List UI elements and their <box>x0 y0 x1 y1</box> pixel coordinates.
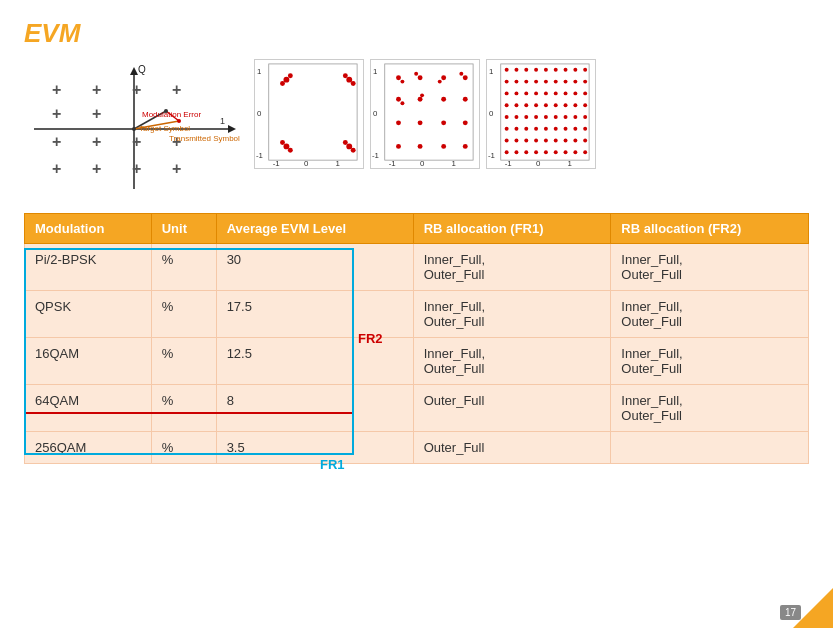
svg-text:+: + <box>92 105 101 122</box>
svg-point-47 <box>351 148 356 153</box>
svg-point-125 <box>554 115 558 119</box>
svg-point-40 <box>280 81 285 86</box>
svg-point-44 <box>343 73 348 78</box>
svg-point-109 <box>573 91 577 95</box>
svg-point-95 <box>524 80 528 84</box>
cell-row2-col4: Inner_Full,Outer_Full <box>611 338 809 385</box>
evm-diagram-svg: Q + + + + + + + + + + + + + + <box>24 59 244 199</box>
svg-point-146 <box>583 139 587 143</box>
svg-text:Target Symbol: Target Symbol <box>139 124 190 133</box>
svg-point-97 <box>544 80 548 84</box>
svg-text:+: + <box>172 160 181 177</box>
cell-row4-col0: 256QAM <box>25 432 152 464</box>
svg-point-104 <box>524 91 528 95</box>
cell-row3-col2: 8 <box>216 385 413 432</box>
svg-point-43 <box>288 148 293 153</box>
svg-point-121 <box>514 115 518 119</box>
svg-text:1: 1 <box>489 67 493 76</box>
svg-point-138 <box>505 139 509 143</box>
svg-point-116 <box>554 103 558 107</box>
svg-point-147 <box>505 150 509 154</box>
svg-point-57 <box>441 75 446 80</box>
cell-row1-col2: 17.5 <box>216 291 413 338</box>
col-header-rb-fr2: RB allocation (FR2) <box>611 214 809 244</box>
cell-row1-col4: Inner_Full,Outer_Full <box>611 291 809 338</box>
svg-point-123 <box>534 115 538 119</box>
svg-marker-2 <box>130 67 138 75</box>
svg-point-119 <box>583 103 587 107</box>
cell-row4-col3: Outer_Full <box>413 432 611 464</box>
top-section: Q + + + + + + + + + + + + + + <box>24 59 809 199</box>
svg-point-132 <box>534 127 538 131</box>
svg-point-90 <box>564 68 568 72</box>
svg-point-59 <box>396 97 401 102</box>
scatter-plot-3-svg: 1 0 -1 -1 0 1 <box>487 60 595 168</box>
svg-point-152 <box>554 150 558 154</box>
svg-point-61 <box>441 97 446 102</box>
col-header-modulation: Modulation <box>25 214 152 244</box>
cell-row2-col0: 16QAM <box>25 338 152 385</box>
svg-point-127 <box>573 115 577 119</box>
svg-text:1: 1 <box>373 67 377 76</box>
cell-row2-col3: Inner_Full,Outer_Full <box>413 338 611 385</box>
cell-row1-col0: QPSK <box>25 291 152 338</box>
svg-point-112 <box>514 103 518 107</box>
svg-point-139 <box>514 139 518 143</box>
svg-point-65 <box>441 120 446 125</box>
svg-point-108 <box>564 91 568 95</box>
svg-point-115 <box>544 103 548 107</box>
svg-point-63 <box>396 120 401 125</box>
svg-point-131 <box>524 127 528 131</box>
page: EVM Q + + + + + + <box>0 0 833 628</box>
svg-point-56 <box>418 75 423 80</box>
svg-point-149 <box>524 150 528 154</box>
svg-text:+: + <box>92 81 101 98</box>
svg-point-98 <box>554 80 558 84</box>
table-row: 64QAM%8Outer_FullInner_Full,Outer_Full <box>25 385 809 432</box>
svg-point-117 <box>564 103 568 107</box>
scatter-plot-3: 1 0 -1 -1 0 1 <box>486 59 596 169</box>
svg-text:Transmitted Symbol: Transmitted Symbol <box>169 134 240 143</box>
svg-point-62 <box>463 97 468 102</box>
cell-row0-col0: Pi/2-BPSK <box>25 244 152 291</box>
svg-text:+: + <box>132 133 141 150</box>
cell-row1-col1: % <box>151 291 216 338</box>
svg-text:0: 0 <box>489 109 494 118</box>
scatter-plot-2: 1 0 -1 -1 0 1 <box>370 59 480 169</box>
svg-point-118 <box>573 103 577 107</box>
cell-row3-col1: % <box>151 385 216 432</box>
svg-point-101 <box>583 80 587 84</box>
table-row: 256QAM%3.5Outer_Full <box>25 432 809 464</box>
svg-text:+: + <box>132 160 141 177</box>
svg-point-60 <box>418 97 423 102</box>
cell-row4-col1: % <box>151 432 216 464</box>
scatter-plot-1: 1 0 -1 -1 0 1 <box>254 59 364 169</box>
cell-row0-col4: Inner_Full,Outer_Full <box>611 244 809 291</box>
svg-point-85 <box>514 68 518 72</box>
cell-row0-col2: 30 <box>216 244 413 291</box>
svg-point-144 <box>564 139 568 143</box>
evm-table: Modulation Unit Average EVM Level RB all… <box>24 213 809 464</box>
svg-point-73 <box>438 80 442 84</box>
fr2-label: FR2 <box>358 331 383 346</box>
page-title: EVM <box>24 18 809 49</box>
svg-point-66 <box>463 120 468 125</box>
svg-point-67 <box>396 144 401 149</box>
svg-point-120 <box>505 115 509 119</box>
svg-point-148 <box>514 150 518 154</box>
svg-point-142 <box>544 139 548 143</box>
svg-point-68 <box>418 144 423 149</box>
svg-point-76 <box>420 93 424 97</box>
svg-text:0: 0 <box>373 109 378 118</box>
svg-text:1: 1 <box>257 67 261 76</box>
svg-point-134 <box>554 127 558 131</box>
svg-point-155 <box>583 150 587 154</box>
svg-point-42 <box>280 140 285 145</box>
svg-text:+: + <box>52 160 61 177</box>
svg-point-140 <box>524 139 528 143</box>
svg-text:+: + <box>52 133 61 150</box>
svg-point-69 <box>441 144 446 149</box>
cell-row3-col4: Inner_Full,Outer_Full <box>611 385 809 432</box>
svg-point-103 <box>514 91 518 95</box>
svg-text:0: 0 <box>257 109 262 118</box>
